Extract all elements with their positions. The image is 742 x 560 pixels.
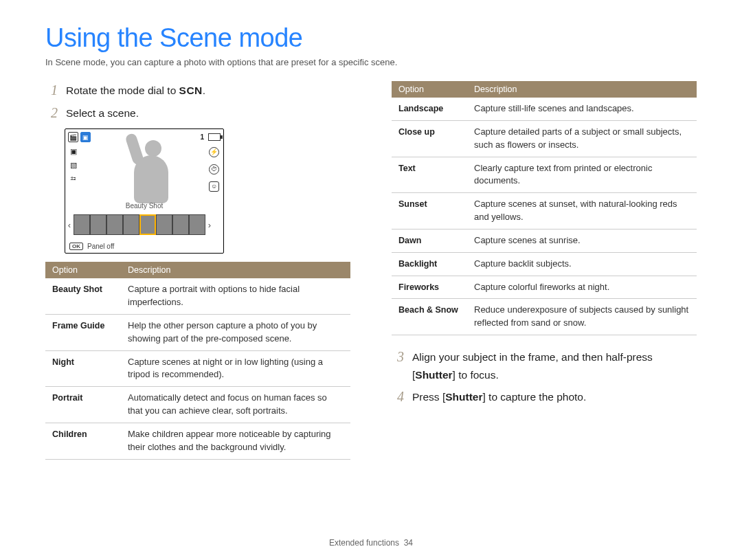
scn-icon: SCN: [179, 85, 203, 96]
timer-icon: ⏱: [209, 164, 219, 175]
shutter-label: Shutter: [415, 369, 452, 381]
step-1-text-post: .: [203, 85, 205, 96]
page-title: Using the Scene mode: [45, 23, 697, 53]
step-number: 4: [392, 388, 404, 406]
table-row: ChildrenMake children appear more notice…: [45, 423, 350, 459]
scene-thumb: [123, 214, 139, 235]
col-option: Option: [392, 81, 467, 98]
right-column: Option Description LandscapeCapture stil…: [392, 81, 697, 460]
panel-off-label: Panel off: [87, 243, 114, 250]
ok-button-icon: OK: [69, 243, 83, 250]
step-3: 3 Align your subject in the frame, and t…: [392, 348, 697, 383]
scene-options-table-left: Option Description Beauty ShotCapture a …: [45, 262, 350, 459]
left-column: 1 Rotate the mode dial to SCN. 2 Select …: [45, 81, 350, 460]
step-1-text-pre: Rotate the mode dial to: [66, 85, 179, 96]
col-description: Description: [467, 81, 697, 98]
scene-filmstrip: ‹ ›: [65, 213, 223, 236]
manual-page: Using the Scene mode In Scene mode, you …: [0, 0, 742, 560]
step-2: 2 Select a scene.: [45, 104, 350, 122]
scene-thumb: [74, 214, 90, 235]
table-row: Frame GuideHelp the other person capture…: [45, 314, 350, 350]
flash-icon: ⚡: [209, 147, 219, 157]
step-1: 1 Rotate the mode dial to SCN.: [45, 81, 350, 100]
battery-icon: [208, 133, 221, 141]
scene-thumb: [189, 214, 205, 235]
step-4-text-post: ] to capture the photo.: [482, 391, 586, 403]
footer-page-number: 34: [404, 538, 413, 548]
film-prev-icon: ‹: [65, 213, 74, 236]
table-row: BacklightCapture backlit subjects.: [392, 252, 697, 276]
table-row: SunsetCapture scenes at sunset, with nat…: [392, 193, 697, 229]
table-row: LandscapeCapture still-life scenes and l…: [392, 98, 697, 120]
table-row: DawnCapture scenes at sunrise.: [392, 229, 697, 252]
table-row: Beach & SnowReduce underexposure of subj…: [392, 299, 697, 335]
table-row: FireworksCapture colorful fireworks at n…: [392, 276, 697, 299]
subject-silhouette: [119, 136, 174, 212]
scene-thumb: [156, 214, 172, 235]
scene-thumb: [90, 214, 106, 235]
step-4-text-pre: Press [: [412, 391, 445, 403]
table-row: PortraitAutomatically detect and focus o…: [45, 387, 350, 423]
two-column-layout: 1 Rotate the mode dial to SCN. 2 Select …: [45, 81, 697, 460]
scene-thumb: [172, 214, 189, 235]
step-number: 1: [45, 81, 58, 100]
scene-thumb: [106, 214, 123, 235]
intro-text: In Scene mode, you can capture a photo w…: [45, 57, 697, 67]
col-option: Option: [45, 262, 121, 278]
step-number: 3: [392, 348, 404, 383]
step-number: 2: [45, 104, 58, 122]
table-row: Close upCapture detailed parts of a subj…: [392, 120, 697, 157]
table-row: Beauty ShotCapture a portrait with optio…: [45, 278, 350, 314]
table-row: NightCapture scenes at night or in low l…: [45, 350, 350, 387]
mode-icon: ▣: [80, 132, 91, 142]
table-row: TextClearly capture text from printed or…: [392, 157, 697, 193]
footer-section: Extended functions: [329, 538, 399, 548]
burst-icon: ▧: [69, 161, 78, 170]
scene-options-table-right: Option Description LandscapeCapture stil…: [392, 81, 697, 335]
movie-icon: 🎬: [68, 132, 78, 142]
scene-label: Beauty Shot: [65, 202, 223, 210]
shutter-label: Shutter: [445, 391, 482, 403]
step-3-text-post: ] to focus.: [453, 369, 499, 381]
film-next-icon: ›: [205, 213, 214, 236]
step-2-text: Select a scene.: [66, 104, 350, 122]
step-4: 4 Press [Shutter] to capture the photo.: [392, 388, 697, 406]
page-footer: Extended functions 34: [0, 538, 742, 548]
shot-count: 1: [200, 133, 204, 141]
focus-icon: ▣: [69, 147, 78, 157]
face-icon: ☺: [209, 181, 219, 192]
scene-thumb-selected: [139, 214, 156, 235]
ev-icon: ±₂: [69, 175, 78, 184]
camera-screen-illustration: 🎬 ▣ 1 ▣ ▧ ±₂ ⚡ ⏱ ☺: [65, 128, 224, 254]
col-description: Description: [121, 262, 350, 278]
